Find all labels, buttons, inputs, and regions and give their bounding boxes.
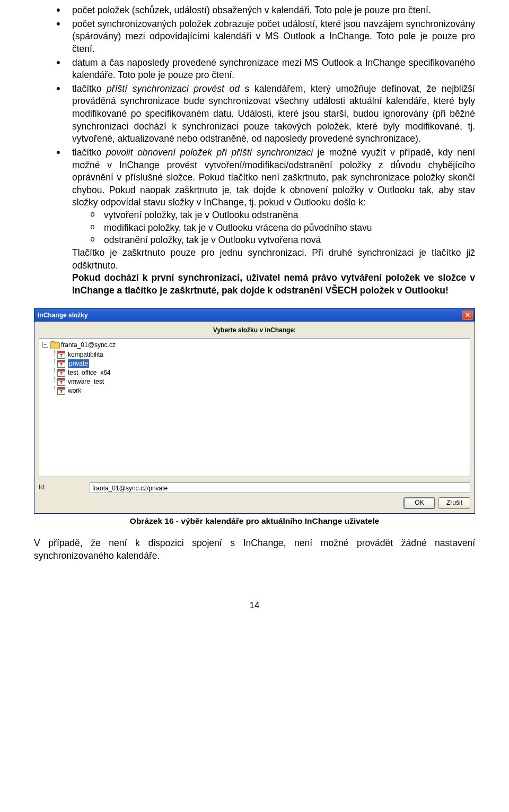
close-icon[interactable]: ✕ <box>462 310 473 320</box>
collapse-icon[interactable]: − <box>42 342 48 348</box>
folder-tree[interactable]: − franta_01@sync.cz kompatibilita privat… <box>39 338 470 477</box>
tree-item-label: vmware_test <box>68 377 104 386</box>
tree-item[interactable]: kompatibilita <box>52 350 467 359</box>
tree-item-label: work <box>68 386 81 395</box>
calendar-icon <box>57 378 65 386</box>
calendar-icon <box>57 387 65 395</box>
emphasis: příští synchronizaci provést od <box>107 83 240 94</box>
bullet-item: tlačítko povolit obnovení položek při př… <box>56 146 475 297</box>
ok-button[interactable]: OK <box>403 497 435 509</box>
tree-root-label: franta_01@sync.cz <box>61 341 116 349</box>
text: Tlačítko je zaškrtnuto pouze pro jednu s… <box>72 247 475 272</box>
warning-text: Pokud dochází k první synchronizaci, uži… <box>72 272 475 297</box>
calendar-icon <box>57 369 65 377</box>
bullet-item: počet položek (schůzek, událostí) obsaže… <box>56 4 475 17</box>
tree-item[interactable]: work <box>52 386 467 395</box>
tree-item-label: private <box>68 359 89 368</box>
tree-item[interactable]: private <box>52 359 467 368</box>
tree-children: kompatibilita private test_office_x64 <box>42 350 467 395</box>
calendar-icon <box>57 360 65 368</box>
tree-item[interactable]: vmware_test <box>52 377 467 386</box>
tree-item[interactable]: test_office_x64 <box>52 368 467 377</box>
cancel-button[interactable]: Zrušit <box>438 497 470 509</box>
sub-list: vytvoření položky, tak je v Outlooku ods… <box>72 209 475 247</box>
figure-caption: Obrázek 16 - výběr kalendáře pro aktuáln… <box>34 516 475 527</box>
page-number: 14 <box>34 600 475 612</box>
bullet-item: počet synchronizovaných položek zobrazuj… <box>56 18 475 56</box>
id-field[interactable]: franta_01@sync.cz/private <box>90 482 470 493</box>
text: tlačítko <box>72 83 107 94</box>
folder-icon <box>50 341 59 348</box>
calendar-icon <box>57 351 65 359</box>
dialog-window: InChange složky ✕ Vyberte složku v InCha… <box>34 308 475 513</box>
sub-item: vytvoření položky, tak je v Outlooku ods… <box>90 209 475 222</box>
text: tlačítko <box>72 147 106 158</box>
tree-item-label: kompatibilita <box>68 350 103 359</box>
emphasis: povolit obnovení položek při příští sync… <box>106 147 313 158</box>
dialog-screenshot: InChange složky ✕ Vyberte složku v InCha… <box>34 308 475 513</box>
bullet-item: tlačítko příští synchronizaci provést od… <box>56 83 475 145</box>
titlebar[interactable]: InChange složky ✕ <box>34 309 475 322</box>
bullet-item: datum a čas naposledy provedené synchron… <box>56 57 475 82</box>
tree-root[interactable]: − franta_01@sync.cz <box>42 341 467 349</box>
dialog-heading: Vyberte složku v InChange: <box>34 322 475 338</box>
sub-item: odstranění položky, tak je v Outlooku vy… <box>90 234 475 247</box>
id-label: Id: <box>39 483 86 491</box>
tree-item-label: test_office_x64 <box>68 368 111 377</box>
window-title: InChange složky <box>38 311 88 319</box>
closing-paragraph: V případě, že není k dispozici spojení s… <box>34 537 475 562</box>
sub-item: modifikaci položky, tak je v Outlooku vr… <box>90 222 475 235</box>
bullet-list: počet položek (schůzek, událostí) obsaže… <box>34 4 475 297</box>
